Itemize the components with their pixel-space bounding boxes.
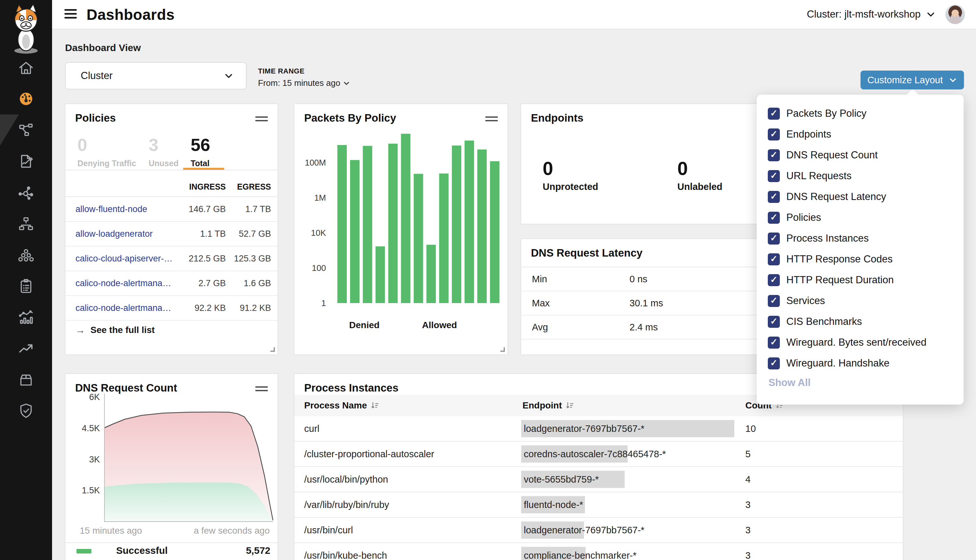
menu-item-cis-benchmarks[interactable]: CIS Benchmarks: [757, 311, 964, 332]
endpoint-chip[interactable]: loadgenerator-7697bb7567-*: [522, 423, 646, 434]
cluster-selector[interactable]: Cluster: jlt-msft-workshop: [807, 8, 936, 20]
dashboard-view-label: Dashboard View: [65, 42, 141, 53]
policy-egress-value: 91.2 KB: [240, 303, 271, 313]
menu-item-url-requests[interactable]: URL Requests: [757, 165, 964, 186]
time-range-value[interactable]: From: 15 minutes ago: [258, 78, 350, 88]
sort-icon[interactable]: [370, 401, 379, 410]
sidebar-item-home[interactable]: [17, 59, 35, 77]
menu-item-label: CIS Benchmarks: [786, 316, 862, 327]
menu-item-label: Policies: [786, 212, 821, 223]
policy-name-link[interactable]: calico-cloud-apiserver-…: [75, 254, 173, 264]
endpoint-chip[interactable]: coredns-autoscaler-7c88465478-*: [522, 449, 667, 460]
arrow-right-icon: →: [75, 325, 85, 336]
policy-row: calico-cloud-apiserver-…212.5 GB125.3 GB: [65, 247, 277, 271]
endpoints-stat-unlabeled[interactable]: 0 Unlabeled: [677, 159, 722, 192]
endpoint-cell: vote-5655bd759-*: [522, 474, 600, 485]
sidebar-item-metrics[interactable]: [17, 308, 35, 326]
see-full-list-link[interactable]: → See the full list: [75, 325, 155, 336]
endpoint-cell: loadgenerator-7697bb7567-*: [522, 423, 646, 434]
sidebar-item-images[interactable]: [17, 371, 35, 388]
checkbox-checked-icon[interactable]: [768, 357, 780, 370]
policy-name-link[interactable]: calico-node-alertmana…: [75, 303, 171, 313]
allowed-swatch: [432, 312, 447, 316]
endpoints-card-title: Endpoints: [531, 112, 583, 124]
stat-value: 3: [148, 135, 179, 154]
checkbox-checked-icon[interactable]: [768, 274, 780, 286]
checkbox-checked-icon[interactable]: [768, 337, 780, 348]
menu-item-dns-request-latency[interactable]: DNS Request Latency: [757, 186, 964, 207]
menu-item-dns-request-count[interactable]: DNS Request Count: [757, 145, 964, 165]
endpoint-cell: fluentd-node-*: [522, 500, 584, 510]
menu-item-packets-by-policy[interactable]: Packets By Policy: [757, 103, 964, 124]
menu-item-process-instances[interactable]: Process Instances: [757, 228, 964, 249]
sidebar-item-policies[interactable]: [17, 153, 35, 170]
resize-handle-icon[interactable]: [501, 347, 505, 352]
checkbox-checked-icon[interactable]: [768, 170, 780, 182]
process-name-cell: /usr/local/bin/python: [304, 474, 388, 485]
menu-item-endpoints[interactable]: Endpoints: [757, 124, 964, 145]
checkbox-checked-icon[interactable]: [768, 295, 780, 307]
endpoints-stat-unprotected[interactable]: 0 Unprotected: [543, 159, 598, 192]
endpoint-chip[interactable]: vote-5655bd759-*: [522, 474, 600, 485]
latency-metric-label: Min: [532, 274, 547, 285]
topology-tree-icon: [17, 215, 35, 233]
checkbox-checked-icon[interactable]: [768, 191, 780, 203]
checkbox-checked-icon[interactable]: [768, 316, 780, 328]
policies-stat-denying[interactable]: 0 Denying Traffic: [77, 135, 136, 168]
menu-item-wireguard-handshake[interactable]: Wireguard. Handshake: [757, 353, 964, 374]
menu-item-policies[interactable]: Policies: [757, 207, 964, 228]
stat-label: Unlabeled: [677, 182, 722, 192]
menu-item-wireguard-bytes-sent-received[interactable]: Wireguard. Bytes sent/received: [757, 332, 964, 353]
endpoint-chip[interactable]: loadgenerator-7697bb7567-*: [522, 525, 646, 536]
menu-icon[interactable]: [64, 9, 77, 20]
checkbox-checked-icon[interactable]: [768, 108, 780, 120]
checkbox-checked-icon[interactable]: [768, 253, 780, 265]
policies-stat-unused[interactable]: 3 Unused: [148, 135, 179, 168]
checkbox-checked-icon[interactable]: [768, 149, 780, 161]
policy-name-link[interactable]: allow-loadgenerator: [75, 229, 153, 239]
menu-item-http-response-codes[interactable]: HTTP Response Codes: [757, 249, 964, 270]
checkbox-checked-icon[interactable]: [768, 128, 780, 140]
drag-handle-icon[interactable]: [255, 117, 268, 121]
sidebar-item-network-topology[interactable]: [17, 215, 35, 233]
process-row: /cluster-proportional-autoscalercoredns-…: [294, 442, 903, 467]
dns-count-legend-row[interactable]: Successful 5,572: [65, 542, 277, 560]
endpoint-chip[interactable]: compliance-benchmarker-*: [522, 550, 638, 560]
resize-handle-icon[interactable]: [270, 347, 275, 352]
policy-name-link[interactable]: allow-fluentd-node: [75, 204, 147, 214]
endpoint-column-header[interactable]: Endpoint: [522, 400, 574, 411]
sidebar-item-service-graph[interactable]: [17, 184, 35, 202]
user-avatar[interactable]: [946, 5, 965, 24]
sidebar-item-compliance[interactable]: [17, 277, 35, 295]
dashboard-view-select[interactable]: Cluster: [65, 62, 247, 90]
policy-egress-value: 1.7 TB: [245, 204, 271, 214]
policies-stat-total[interactable]: 56 Total: [191, 135, 210, 168]
menu-item-http-request-duration[interactable]: HTTP Request Duration: [757, 270, 964, 290]
sidebar-item-alerts[interactable]: [17, 340, 35, 357]
stat-label: Total: [191, 159, 210, 168]
sidebar-item-dashboards[interactable]: [17, 90, 35, 108]
legend-allowed[interactable]: Allowed: [415, 312, 464, 330]
page-title: Dashboards: [87, 6, 175, 23]
endpoint-chip[interactable]: fluentd-node-*: [522, 500, 584, 510]
policies-card-title: Policies: [75, 112, 116, 124]
show-all-link[interactable]: Show All: [768, 377, 811, 388]
legend-denied[interactable]: Denied: [340, 312, 389, 330]
count-cell: 3: [745, 550, 751, 560]
checkbox-checked-icon[interactable]: [768, 233, 780, 245]
customize-layout-button[interactable]: Customize Layout: [861, 70, 964, 90]
process-name-cell: /usr/bin/curl: [304, 525, 353, 536]
stat-value: 0: [77, 135, 136, 154]
policies-card: Policies 0 Denying Traffic 3 Unused 56 T…: [65, 103, 278, 355]
sidebar-item-workloads[interactable]: [17, 247, 35, 264]
process-name-column-header[interactable]: Process Name: [304, 400, 379, 411]
chevron-down-icon: [224, 71, 234, 81]
checkbox-checked-icon[interactable]: [768, 212, 780, 224]
policy-name-link[interactable]: calico-node-alertmana…: [75, 278, 171, 288]
menu-item-services[interactable]: Services: [757, 290, 964, 311]
count-cell: 3: [745, 525, 751, 536]
policy-egress-value: 1.6 GB: [244, 278, 271, 288]
sidebar-item-network-sets[interactable]: [17, 121, 35, 139]
sidebar-item-threat-defense[interactable]: [17, 402, 35, 420]
sort-icon[interactable]: [565, 401, 574, 410]
